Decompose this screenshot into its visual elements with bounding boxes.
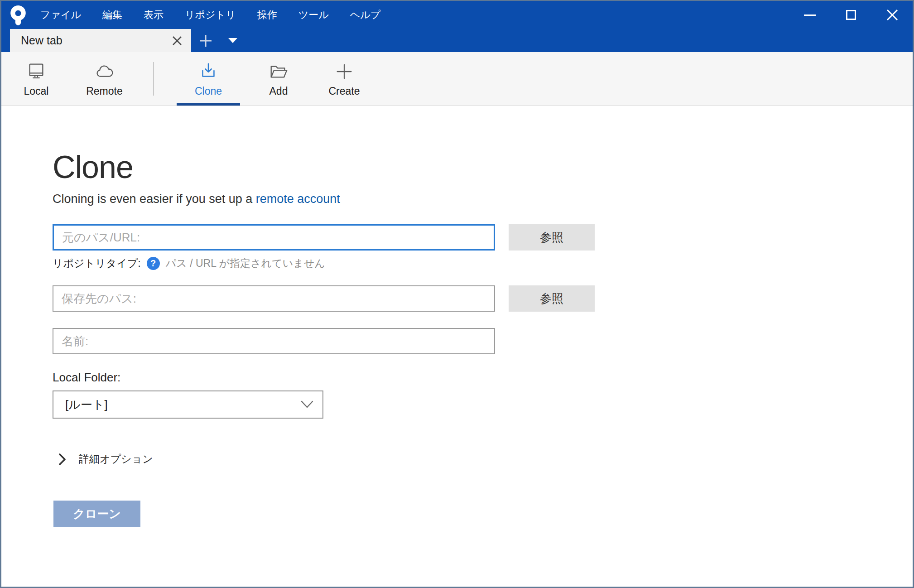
maximize-icon [846,10,856,20]
menu-item-file[interactable]: ファイル [40,8,81,22]
minimize-icon [804,14,816,16]
plus-icon [334,61,355,82]
repository-name-input[interactable] [53,328,495,354]
maximize-button[interactable] [830,1,871,29]
chevron-down-icon [301,400,313,409]
repository-type-label: リポジトリタイプ: [53,256,141,270]
new-tab-button[interactable] [191,29,220,52]
toolbar-label: Create [328,86,360,96]
toolbar-button-clone[interactable]: Clone [177,52,240,106]
cloud-icon [94,61,115,82]
menu-bar: ファイル 編集 表示 リポジトリ 操作 ツール ヘルプ [40,8,380,22]
local-folder-label: Local Folder: [53,371,913,385]
minimize-button[interactable] [789,1,830,29]
menu-item-tools[interactable]: ツール [298,8,329,22]
tab-list-dropdown-button[interactable] [220,29,245,52]
source-path-input[interactable] [53,224,495,251]
destination-browse-button[interactable]: 参照 [509,285,595,312]
subtitle: Cloning is even easier if you set up a r… [53,192,913,206]
subtitle-text: Cloning is even easier if you set up a [53,192,256,206]
toolbar-button-create[interactable]: Create [315,52,374,106]
local-folder-select[interactable]: [ルート] [53,390,323,419]
caret-down-icon [228,38,237,43]
remote-account-link[interactable]: remote account [256,192,340,206]
name-row [53,328,913,354]
app-window: ファイル 編集 表示 リポジトリ 操作 ツール ヘルプ [0,0,914,588]
destination-row: 参照 [53,285,913,312]
chevron-right-icon [59,453,66,465]
source-row: 参照 [53,224,913,251]
repository-type-status: パス / URL が指定されていません [166,256,325,270]
toolbar-button-add[interactable]: Add [254,52,303,106]
local-folder-value: [ルート] [65,397,108,413]
tab-bar: New tab [1,29,913,52]
advanced-options-toggle[interactable]: 詳細オプション [59,452,153,466]
source-browse-button[interactable]: 参照 [509,224,595,251]
tab-title: New tab [21,34,63,47]
clone-button[interactable]: クローン [53,501,140,527]
destination-path-input[interactable] [53,285,495,312]
help-question-icon[interactable]: ? [147,257,160,270]
tab-new-tab[interactable]: New tab [10,29,191,52]
repository-type-row: リポジトリタイプ: ? パス / URL が指定されていません [53,256,913,270]
advanced-options-label: 詳細オプション [79,452,153,466]
sourcetree-logo-icon [8,5,29,25]
plus-icon [198,34,213,48]
toolbar-label: Remote [86,86,123,96]
clone-page: Clone Cloning is even easier if you set … [1,106,913,527]
toolbar-label: Add [269,86,288,96]
monitor-icon [26,61,47,82]
download-tray-icon [198,61,219,82]
menu-item-help[interactable]: ヘルプ [350,8,381,22]
titlebar: ファイル 編集 表示 リポジトリ 操作 ツール ヘルプ [1,1,913,29]
toolbar-label: Local [24,86,49,96]
folder-open-icon [268,61,289,82]
menu-item-edit[interactable]: 編集 [102,8,122,22]
menu-item-view[interactable]: 表示 [144,8,164,22]
toolbar-label: Clone [195,86,222,96]
toolbar-button-remote[interactable]: Remote [74,52,135,106]
close-button[interactable] [871,1,913,29]
toolbar-divider [153,62,154,96]
menu-item-actions[interactable]: 操作 [257,8,277,22]
window-controls [789,1,913,29]
tab-close-icon[interactable] [171,35,183,47]
close-icon [886,9,899,21]
menu-item-repository[interactable]: リポジトリ [185,8,236,22]
toolbar-button-local[interactable]: Local [11,52,61,106]
page-title: Clone [53,151,913,183]
toolbar: Local Remote Clone [1,52,913,106]
